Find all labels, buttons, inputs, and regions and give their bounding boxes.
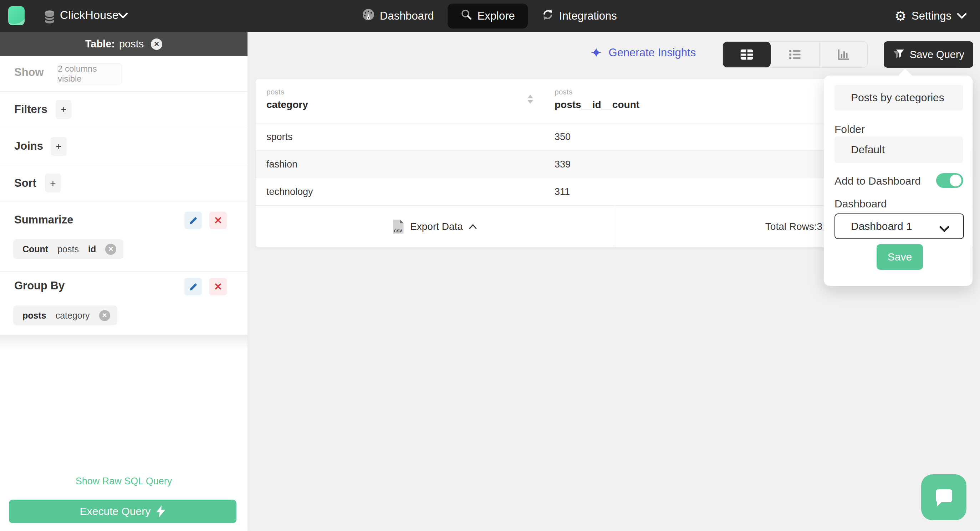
- remove-group-by-chip-button[interactable]: ✕: [99, 310, 110, 321]
- lightning-icon: [156, 505, 165, 517]
- sparkle-icon: ✦: [590, 46, 602, 60]
- execute-query-label: Execute Query: [80, 505, 151, 517]
- column-name: category: [266, 99, 308, 111]
- dashboard-select[interactable]: Dashboard 1: [835, 214, 964, 239]
- divider: [0, 91, 248, 92]
- add-join-button[interactable]: +: [51, 137, 67, 156]
- cell-count: 311: [555, 186, 570, 197]
- gauge-icon: [362, 8, 375, 24]
- add-to-dashboard-label: Add to Dashboard: [835, 175, 921, 187]
- nav-item-dashboard[interactable]: Dashboard: [362, 8, 434, 24]
- edit-summarize-button[interactable]: [185, 212, 202, 229]
- popover-arrow: [897, 68, 913, 84]
- save-query-button[interactable]: Save Query: [884, 41, 973, 68]
- table-name: posts: [119, 38, 144, 50]
- pencil-icon: [189, 282, 198, 292]
- settings-menu[interactable]: ⚙ Settings: [894, 0, 967, 32]
- show-section-label: Show: [14, 66, 44, 79]
- table-view-button[interactable]: [723, 42, 771, 67]
- generate-insights-label: Generate Insights: [609, 46, 696, 59]
- divider: [0, 202, 248, 202]
- remove-summarize-button[interactable]: ✕: [209, 212, 227, 229]
- chat-launcher-button[interactable]: [921, 474, 966, 520]
- nav-item-integrations[interactable]: Integrations: [541, 8, 617, 24]
- column-group: posts: [555, 88, 640, 96]
- popover-save-button[interactable]: Save: [877, 244, 923, 270]
- divider: [0, 128, 248, 128]
- cell-category: fashion: [266, 159, 298, 170]
- workspace-switcher[interactable]: ClickHouse: [60, 9, 119, 22]
- export-data-button[interactable]: CSV Export Data: [256, 206, 614, 248]
- divider: [0, 165, 248, 165]
- column-header-category[interactable]: posts category: [266, 88, 308, 111]
- refresh-icon: [541, 8, 554, 24]
- cell-category: technology: [266, 186, 313, 197]
- summarize-column: id: [88, 244, 96, 254]
- selected-table-bar: Table: posts ✕: [0, 32, 248, 56]
- column-header-count[interactable]: posts posts__id__count: [555, 88, 640, 111]
- folder-label: Folder: [835, 123, 865, 135]
- table-label: Table:: [85, 38, 115, 50]
- main-nav: Dashboard Explore: [362, 0, 617, 32]
- settings-label: Settings: [912, 10, 951, 22]
- cell-category: sports: [266, 132, 293, 143]
- total-rows-value: 3: [817, 221, 823, 232]
- folder-input[interactable]: [835, 136, 963, 163]
- funnel-icon: [892, 49, 905, 60]
- nav-label-integrations: Integrations: [559, 10, 617, 22]
- save-query-label: Save Query: [910, 49, 964, 60]
- toggle-knob: [950, 174, 961, 186]
- summarize-table: posts: [57, 244, 79, 254]
- sort-desc-icon: [527, 100, 533, 104]
- generate-insights-link[interactable]: ✦ Generate Insights: [590, 46, 696, 60]
- add-to-dashboard-toggle[interactable]: [936, 173, 963, 188]
- cell-count: 350: [555, 132, 571, 143]
- columns-visible-chip[interactable]: 2 columns visible: [57, 63, 122, 84]
- execute-query-button[interactable]: Execute Query: [9, 499, 237, 523]
- app-screen: ClickHouse Dashboard: [0, 0, 980, 531]
- remove-table-button[interactable]: ✕: [151, 38, 162, 50]
- query-builder-sidebar: Table: posts ✕ Show 2 columns visible Fi…: [0, 32, 248, 531]
- group-by-section-label: Group By: [14, 279, 65, 292]
- show-raw-sql-link[interactable]: Show Raw SQL Query: [0, 476, 248, 487]
- add-sort-button[interactable]: +: [45, 174, 61, 192]
- panel-shadow: [0, 334, 248, 350]
- filters-section-label: Filters: [14, 103, 48, 116]
- search-icon: [460, 9, 473, 24]
- remove-summarize-chip-button[interactable]: ✕: [105, 244, 116, 255]
- cell-count: 339: [555, 159, 571, 170]
- chevron-down-icon: [118, 12, 128, 21]
- remove-group-by-button[interactable]: ✕: [209, 278, 227, 295]
- nav-label-explore: Explore: [477, 10, 515, 22]
- app-logo: [8, 6, 25, 25]
- sort-arrows-icon[interactable]: [527, 95, 533, 104]
- dashboard-select-value: Dashboard 1: [851, 220, 912, 232]
- list-view-icon: [787, 46, 803, 63]
- column-group: posts: [266, 88, 308, 96]
- export-data-label: Export Data: [410, 221, 463, 232]
- gear-icon: ⚙: [894, 9, 907, 23]
- list-view-button[interactable]: [771, 42, 819, 67]
- chevron-down-icon: [939, 223, 950, 236]
- chart-view-button[interactable]: [819, 42, 867, 67]
- joins-section-label: Joins: [14, 140, 43, 152]
- table-view-icon: [738, 46, 755, 63]
- chat-bubble-icon: [933, 487, 955, 508]
- nav-label-dashboard: Dashboard: [380, 10, 434, 22]
- total-rows-label: Total Rows:: [765, 221, 817, 232]
- group-by-chip: posts category ✕: [13, 306, 117, 325]
- summarize-chip: Count posts id ✕: [13, 239, 123, 259]
- add-filter-button[interactable]: +: [56, 100, 72, 119]
- query-name-input[interactable]: [835, 85, 963, 111]
- group-by-column: category: [56, 311, 90, 321]
- group-by-table: posts: [22, 311, 46, 321]
- chevron-down-icon: [956, 13, 967, 20]
- save-query-popover: Folder Add to Dashboard Dashboard Dashbo…: [824, 76, 972, 286]
- edit-group-by-button[interactable]: [185, 278, 202, 295]
- nav-item-explore[interactable]: Explore: [447, 3, 528, 29]
- summarize-section-label: Summarize: [14, 214, 73, 226]
- column-name: posts__id__count: [555, 99, 640, 111]
- chevron-up-icon: [469, 224, 477, 230]
- dashboard-label: Dashboard: [835, 198, 887, 210]
- csv-file-icon: CSV: [392, 219, 404, 234]
